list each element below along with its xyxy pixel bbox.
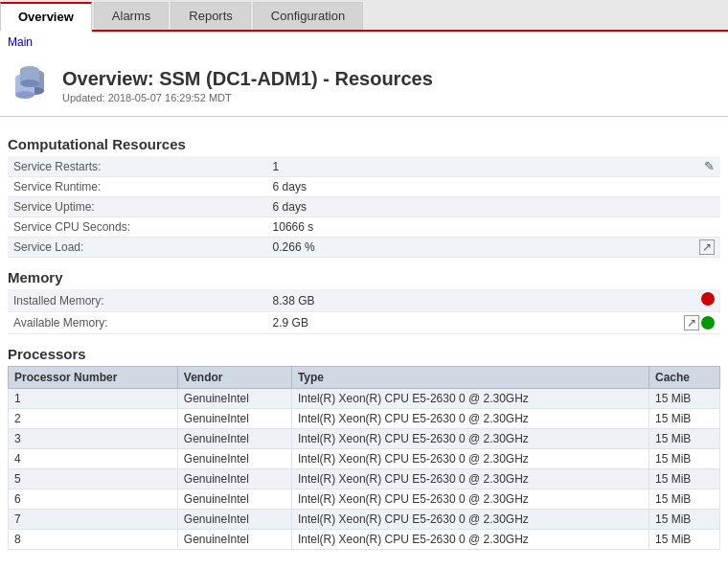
status-icon-red — [701, 292, 715, 306]
table-row: 8 GenuineIntel Intel(R) Xeon(R) CPU E5-2… — [9, 530, 720, 550]
proc-number: 8 — [9, 530, 178, 550]
label-installed-memory: Installed Memory: — [8, 289, 267, 312]
label-service-cpu: Service CPU Seconds: — [8, 217, 267, 238]
table-row: Available Memory: 2.9 GB ↗ — [8, 312, 720, 334]
table-row: Service Uptime: 6 days — [8, 197, 720, 217]
col-type: Type — [291, 367, 648, 389]
table-row: 7 GenuineIntel Intel(R) Xeon(R) CPU E5-2… — [9, 510, 720, 530]
proc-type: Intel(R) Xeon(R) CPU E5-2630 0 @ 2.30GHz — [291, 530, 648, 550]
tab-alarms[interactable]: Alarms — [94, 2, 169, 30]
value-service-load: 0.266 % — [267, 238, 656, 258]
table-header-row: Processor Number Vendor Type Cache — [9, 367, 720, 389]
table-row: 5 GenuineIntel Intel(R) Xeon(R) CPU E5-2… — [9, 469, 720, 489]
table-row: Service CPU Seconds: 10666 s — [8, 217, 720, 238]
proc-cache: 15 MiB — [648, 530, 719, 550]
label-service-restarts: Service Restarts: — [8, 156, 267, 177]
page-title: Overview: SSM (DC1-ADM1) - Resources — [62, 68, 433, 90]
main-content: Computational Resources Service Restarts… — [0, 117, 728, 558]
page-subtitle: Updated: 2018-05-07 16:29:52 MDT — [62, 92, 433, 103]
proc-cache: 15 MiB — [648, 510, 719, 530]
icon-available-memory[interactable]: ↗ — [655, 312, 720, 334]
value-service-cpu: 10666 s — [267, 217, 656, 238]
proc-type: Intel(R) Xeon(R) CPU E5-2630 0 @ 2.30GHz — [291, 469, 648, 489]
svg-point-5 — [15, 91, 34, 99]
computational-resources-table: Service Restarts: 1 ✎ Service Runtime: 6… — [8, 156, 720, 258]
proc-number: 4 — [9, 449, 178, 469]
table-row: Service Restarts: 1 ✎ — [8, 156, 720, 177]
proc-cache: 15 MiB — [648, 409, 719, 429]
proc-number: 3 — [9, 429, 178, 449]
col-processor-number: Processor Number — [9, 367, 178, 389]
proc-cache: 15 MiB — [648, 389, 719, 409]
proc-cache: 15 MiB — [648, 449, 719, 469]
proc-type: Intel(R) Xeon(R) CPU E5-2630 0 @ 2.30GHz — [291, 389, 648, 409]
value-service-runtime: 6 days — [267, 177, 656, 197]
svg-point-8 — [20, 80, 39, 87]
status-icon-green — [701, 316, 715, 330]
proc-vendor: GenuineIntel — [177, 409, 291, 429]
proc-number: 1 — [9, 389, 178, 409]
computational-resources-title: Computational Resources — [8, 136, 720, 152]
proc-vendor: GenuineIntel — [177, 389, 291, 409]
proc-type: Intel(R) Xeon(R) CPU E5-2630 0 @ 2.30GHz — [291, 510, 648, 530]
tab-configuration[interactable]: Configuration — [253, 2, 363, 30]
breadcrumb[interactable]: Main — [0, 32, 728, 53]
label-service-load: Service Load: — [8, 238, 267, 258]
tab-reports[interactable]: Reports — [171, 2, 251, 30]
table-row: Service Load: 0.266 % ↗ — [8, 238, 720, 258]
label-service-runtime: Service Runtime: — [8, 177, 267, 197]
proc-number: 5 — [9, 469, 178, 489]
memory-table: Installed Memory: 8.38 GB Available Memo… — [8, 289, 720, 334]
value-installed-memory: 8.38 GB — [267, 289, 656, 312]
proc-vendor: GenuineIntel — [177, 530, 291, 550]
value-service-uptime: 6 days — [267, 197, 656, 217]
proc-vendor: GenuineIntel — [177, 449, 291, 469]
icon-memory-status[interactable] — [655, 289, 720, 312]
processors-table: Processor Number Vendor Type Cache 1 Gen… — [8, 366, 720, 550]
proc-type: Intel(R) Xeon(R) CPU E5-2630 0 @ 2.30GHz — [291, 449, 648, 469]
proc-number: 6 — [9, 489, 178, 510]
col-vendor: Vendor — [177, 367, 291, 389]
tab-bar: Overview Alarms Reports Configuration — [0, 0, 728, 32]
proc-cache: 15 MiB — [648, 429, 719, 449]
label-available-memory: Available Memory: — [8, 312, 267, 334]
table-row: 4 GenuineIntel Intel(R) Xeon(R) CPU E5-2… — [9, 449, 720, 469]
proc-cache: 15 MiB — [648, 489, 719, 510]
proc-vendor: GenuineIntel — [177, 510, 291, 530]
icon-expand-load[interactable]: ↗ — [655, 238, 720, 258]
proc-type: Intel(R) Xeon(R) CPU E5-2630 0 @ 2.30GHz — [291, 409, 648, 429]
tab-overview[interactable]: Overview — [0, 2, 92, 32]
icon-edit-restarts[interactable]: ✎ — [655, 156, 720, 177]
label-service-uptime: Service Uptime: — [8, 197, 267, 217]
table-row: 2 GenuineIntel Intel(R) Xeon(R) CPU E5-2… — [9, 409, 720, 429]
memory-title: Memory — [8, 269, 720, 285]
proc-cache: 15 MiB — [648, 469, 719, 489]
proc-vendor: GenuineIntel — [177, 469, 291, 489]
proc-type: Intel(R) Xeon(R) CPU E5-2630 0 @ 2.30GHz — [291, 489, 648, 510]
table-row: 3 GenuineIntel Intel(R) Xeon(R) CPU E5-2… — [9, 429, 720, 449]
col-cache: Cache — [648, 367, 719, 389]
proc-number: 2 — [9, 409, 178, 429]
table-row: 1 GenuineIntel Intel(R) Xeon(R) CPU E5-2… — [9, 389, 720, 409]
value-service-restarts: 1 — [267, 156, 656, 177]
proc-vendor: GenuineIntel — [177, 489, 291, 510]
processors-title: Processors — [8, 346, 720, 362]
header-text: Overview: SSM (DC1-ADM1) - Resources Upd… — [62, 68, 433, 103]
proc-number: 7 — [9, 510, 178, 530]
table-row: Service Runtime: 6 days — [8, 177, 720, 197]
resource-icon — [8, 62, 51, 108]
value-available-memory: 2.9 GB — [267, 312, 656, 334]
proc-type: Intel(R) Xeon(R) CPU E5-2630 0 @ 2.30GHz — [291, 429, 648, 449]
table-row: 6 GenuineIntel Intel(R) Xeon(R) CPU E5-2… — [9, 489, 720, 510]
page-header: Overview: SSM (DC1-ADM1) - Resources Upd… — [0, 53, 728, 117]
breadcrumb-main[interactable]: Main — [8, 35, 33, 49]
table-row: Installed Memory: 8.38 GB — [8, 289, 720, 312]
expand-icon[interactable]: ↗ — [684, 315, 699, 330]
proc-vendor: GenuineIntel — [177, 429, 291, 449]
